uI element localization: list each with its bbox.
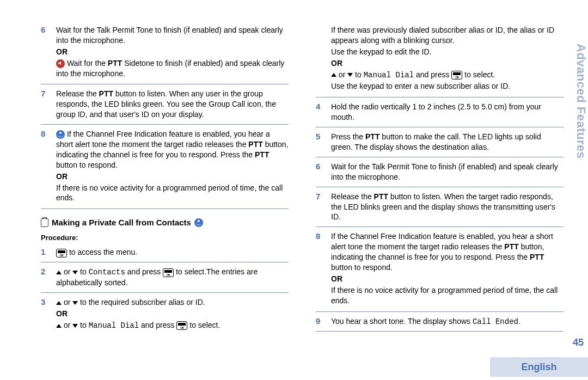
text: Wait for the (65, 59, 108, 68)
step-body: or to the required subscriber alias or I… (56, 297, 289, 332)
text: or (336, 70, 347, 79)
ptt-label: PTT (504, 242, 518, 251)
ok-button-icon (163, 268, 174, 277)
ok-button-icon (451, 71, 462, 79)
text: You hear a short tone. The display shows (331, 317, 473, 326)
text: to (353, 70, 363, 79)
text: to select. (462, 70, 495, 79)
step-body: Release the PTT button to listen. When a… (56, 89, 289, 120)
arrow-up-icon (56, 324, 62, 328)
page-content: 6 Wait for the Talk Permit Tone to finis… (41, 21, 564, 369)
text: Use the keypad to enter a new subscriber… (331, 82, 510, 90)
step-number: 7 (41, 89, 51, 120)
step-number: 9 (316, 316, 326, 327)
text: . (518, 317, 520, 326)
text: and press (139, 321, 176, 329)
proc-step-1: 1 to access the menu. (41, 243, 289, 262)
info-icon (56, 130, 65, 139)
right-column: If there was previously dialed subscribe… (316, 21, 564, 369)
step-body: You hear a short tone. The display shows… (331, 316, 564, 327)
step-7: 7 Release the PTT button to listen. When… (41, 84, 289, 125)
section-title: Making a Private Call from Contacts (52, 218, 191, 227)
text: to (78, 321, 88, 329)
ptt-label: PTT (255, 150, 269, 159)
text: Release the (331, 192, 374, 201)
text: Wait for the Talk Permit Tone to finish … (331, 162, 558, 181)
clipboard-icon (41, 218, 48, 227)
step-6: 6 Wait for the Talk Permit Tone to finis… (316, 157, 564, 187)
ptt-label: PTT (99, 89, 113, 98)
ptt-label: PTT (108, 59, 122, 68)
section-tab: Advanced Features (574, 44, 588, 163)
step-number: 4 (316, 102, 326, 122)
text: Wait for the Talk Permit Tone to finish … (56, 26, 283, 45)
step-body: If the Channel Free Indication feature i… (331, 231, 564, 307)
arrow-down-icon (347, 73, 353, 77)
contacts-label: Contacts (89, 268, 125, 277)
text: Use the keypad to edit the ID. (331, 47, 431, 56)
language-bar: English (490, 357, 588, 377)
arrow-up-icon (56, 301, 62, 305)
arrow-down-icon (72, 271, 78, 274)
text: If there was previously dialed subscribe… (331, 26, 554, 45)
step-body: or to Contacts and press to select.The e… (56, 267, 289, 288)
arrow-down-icon (72, 324, 78, 328)
text: Release the (56, 89, 99, 98)
or-label: OR (56, 309, 68, 318)
arrow-down-icon (72, 301, 78, 305)
step-number: 3 (41, 297, 51, 332)
text: or (62, 267, 72, 276)
step-number (316, 25, 326, 93)
or-label: OR (331, 274, 342, 283)
step-number: 7 (316, 192, 326, 223)
text: button to respond. (331, 263, 393, 272)
arrow-up-icon (56, 271, 62, 274)
step-number: 1 (41, 247, 51, 258)
info-icon (194, 218, 203, 227)
speaker-icon (56, 59, 65, 68)
left-column: 6 Wait for the Talk Permit Tone to finis… (41, 21, 289, 369)
text: and press (414, 70, 451, 79)
step-3-cont: If there was previously dialed subscribe… (316, 21, 564, 97)
ptt-label: PTT (374, 192, 388, 201)
text: to (78, 267, 88, 276)
or-label: OR (56, 172, 68, 181)
procedure-label: Procedure: (41, 234, 289, 242)
manual-dial-label: Manual Dial (364, 71, 414, 79)
text: to the required subscriber alias or ID. (78, 298, 205, 307)
step-4: 4 Hold the radio vertically 1 to 2 inche… (316, 97, 564, 127)
manual-dial-label: Manual Dial (89, 321, 139, 330)
step-8: 8 If the Channel Free Indication feature… (41, 125, 289, 209)
text: Hold the radio vertically 1 to 2 inches … (331, 102, 541, 121)
ptt-label: PTT (530, 253, 544, 261)
step-body: If the Channel Free Indication feature i… (56, 129, 289, 204)
proc-step-3: 3 or to the required subscriber alias or… (41, 293, 289, 336)
text: Press the (331, 132, 365, 141)
step-number: 6 (41, 25, 51, 79)
text: button to respond. (56, 161, 118, 169)
step-7: 7 Release the PTT button to listen. When… (316, 187, 564, 228)
step-number: 6 (316, 162, 326, 182)
text: to access the menu. (67, 248, 137, 256)
text: or (62, 298, 72, 307)
step-body: Press the PTT button to make the call. T… (331, 132, 564, 152)
ptt-label: PTT (248, 140, 262, 149)
step-6: 6 Wait for the Talk Permit Tone to finis… (41, 21, 289, 84)
text: If there is no voice activity for a prog… (331, 286, 558, 305)
text: If the Channel Free Indication feature i… (56, 130, 270, 149)
section-heading: Making a Private Call from Contacts (41, 218, 289, 227)
step-number: 2 (41, 267, 51, 288)
step-5: 5 Press the PTT button to make the call.… (316, 127, 564, 157)
step-body: to access the menu. (56, 247, 289, 258)
step-body: Wait for the Talk Permit Tone to finish … (56, 25, 289, 79)
proc-step-2: 2 or to Contacts and press to select.The… (41, 262, 289, 293)
step-body: Wait for the Talk Permit Tone to finish … (331, 162, 564, 182)
ok-button-icon (176, 321, 187, 330)
text: or (62, 321, 72, 329)
text: to select. (187, 321, 220, 329)
or-label: OR (56, 47, 68, 56)
text: If there is no voice activity for a prog… (56, 183, 283, 203)
step-body: Hold the radio vertically 1 to 2 inches … (331, 102, 564, 122)
step-number: 8 (41, 129, 51, 204)
step-8: 8 If the Channel Free Indication feature… (316, 227, 564, 311)
